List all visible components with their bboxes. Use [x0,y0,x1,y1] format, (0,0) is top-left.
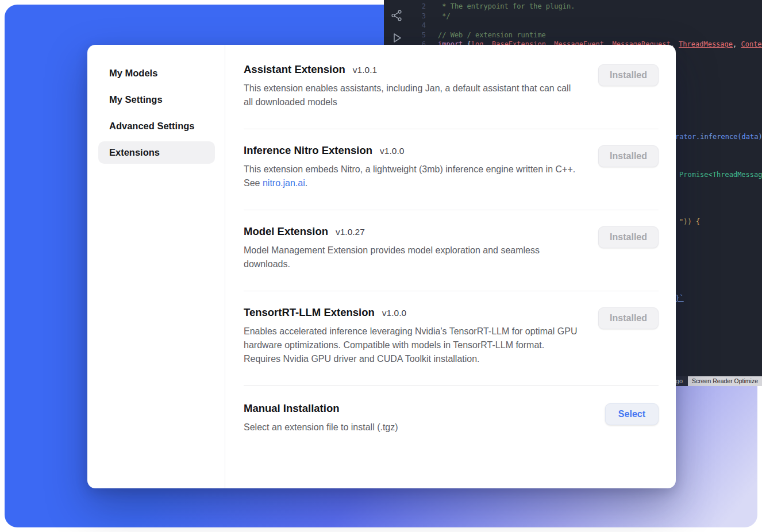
extension-title-line: Model Extension v1.0.27 [244,225,582,238]
screen-reader-chip[interactable]: Screen Reader Optimize [688,376,762,386]
installed-button[interactable]: Installed [598,145,659,167]
extension-version: v1.0.0 [380,146,404,156]
extension-info: Inference Nitro Extension v1.0.0 This ex… [244,144,598,190]
code-fragment: rator.inference(data)); [675,132,762,142]
extension-info: Manual Installation Select an extension … [244,402,605,434]
code-token: , [733,40,741,48]
extension-title: TensortRT-LLM Extension [244,306,375,319]
code-line: 4 [384,21,762,30]
extension-version: v1.0.27 [336,227,365,237]
extension-row-model: Model Extension v1.0.27 Model Management… [244,210,659,291]
sidebar-item-my-settings[interactable]: My Settings [98,88,215,111]
description-text: . [305,178,307,188]
extension-description: Enables accelerated inference leveraging… [244,325,580,366]
extension-version: v1.0.0 [382,308,406,318]
installed-button[interactable]: Installed [598,307,659,329]
code-text: // Web / extension runtime [438,30,546,40]
nitro-jan-ai-link[interactable]: nitro.jan.ai [263,178,305,188]
extension-info: Assistant Extension v1.0.1 This extensio… [244,63,598,109]
extension-title: Model Extension [244,225,328,238]
extension-description: This extension enables assistants, inclu… [244,82,580,109]
extension-title-line: TensortRT-LLM Extension v1.0.0 [244,306,582,319]
extension-title-line: Inference Nitro Extension v1.0.0 [244,144,582,157]
sidebar-item-extensions[interactable]: Extensions [98,141,215,164]
extension-row-assistant: Assistant Extension v1.0.1 This extensio… [244,45,659,129]
status-text: go [676,376,683,386]
extension-info: Model Extension v1.0.27 Model Management… [244,225,598,271]
extension-row-nitro: Inference Nitro Extension v1.0.0 This ex… [244,129,659,210]
code-fragment: Promise<ThreadMessage> [679,170,762,180]
extension-title-line: Assistant Extension v1.0.1 [244,63,582,76]
extension-description: This extension embeds Nitro, a lightweig… [244,163,580,190]
settings-sidebar: My Models My Settings Advanced Settings … [87,45,225,488]
line-number: 2 [384,2,426,11]
code-line: 3 */ [384,11,762,21]
desktop: 2 * The entrypoint for the plugin. 3 */ … [0,0,762,532]
extension-version: v1.0.1 [353,65,377,75]
line-number: 5 [384,30,426,40]
manual-installation-description: Select an extension file to install (.tg… [244,421,580,434]
code-area: 2 * The entrypoint for the plugin. 3 */ … [384,2,762,49]
code-line: 5 // Web / extension runtime [384,30,762,40]
code-text: */ [438,11,451,21]
installed-button[interactable]: Installed [598,64,659,86]
installed-button[interactable]: Installed [598,226,659,248]
select-file-button[interactable]: Select [605,403,659,425]
extension-row-tensorrt: TensortRT-LLM Extension v1.0.0 Enables a… [244,291,659,386]
code-line: 2 * The entrypoint for the plugin. [384,2,762,11]
extension-title: Assistant Extension [244,63,345,76]
code-fragment: ")) { [679,217,700,227]
sidebar-item-advanced-settings[interactable]: Advanced Settings [98,115,215,137]
extensions-list: Assistant Extension v1.0.1 This extensio… [225,45,676,488]
line-number: 3 [384,11,426,21]
settings-modal: My Models My Settings Advanced Settings … [87,45,676,488]
line-number: 4 [384,21,426,30]
code-token: ContentType [741,40,762,48]
manual-installation-title: Manual Installation [244,402,340,415]
extension-info: TensortRT-LLM Extension v1.0.0 Enables a… [244,306,598,366]
sidebar-item-my-models[interactable]: My Models [98,62,215,84]
code-text: * The entrypoint for the plugin. [438,2,575,11]
manual-installation-row: Manual Installation Select an extension … [244,386,659,454]
code-token: ThreadMessage [679,40,733,48]
extension-description: Model Management Extension provides mode… [244,244,580,271]
extension-title-line: Manual Installation [244,402,589,415]
extension-title: Inference Nitro Extension [244,144,372,157]
